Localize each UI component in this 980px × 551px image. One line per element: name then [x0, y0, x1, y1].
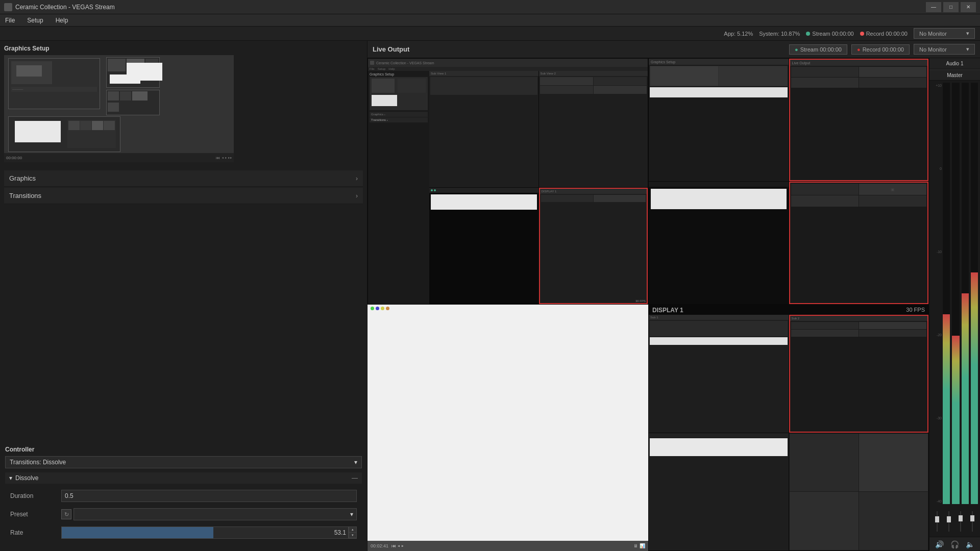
preview-inner-mid-right: [106, 90, 160, 115]
audio-panel: Audio 1 Master +10 0 -10 -20 -30 -40: [929, 58, 980, 551]
fader-track-3: [960, 511, 961, 532]
graphics-menu: Graphics › Transitions ›: [0, 166, 367, 442]
live-monitor-select[interactable]: No Monitor ▾: [914, 44, 975, 55]
monitor-select[interactable]: No Monitor ▾: [914, 28, 975, 39]
speaker-button[interactable]: 🔈: [965, 539, 975, 549]
record-status[interactable]: Record 00:00:00: [860, 31, 908, 37]
controller-dropdown-chevron: ▾: [354, 459, 357, 466]
meter-1-bar: [943, 314, 950, 504]
fader-track-4: [972, 511, 973, 532]
controller-dropdown[interactable]: Transitions: Dissolve ▾: [5, 456, 362, 468]
display-info: 🖥 📊: [633, 543, 645, 548]
graphics-chevron: ›: [356, 175, 358, 182]
live-output-controls: ● Stream 00:00:00 ● Record 00:00:00 No M…: [789, 44, 975, 55]
meter-scale: +10 0 -10 -20 -30 -40: [930, 83, 942, 504]
stream-status[interactable]: Stream 00:00:00: [806, 31, 853, 37]
mini-section-title: Graphics Setup: [370, 72, 428, 76]
preview-inner-bottom: [8, 116, 120, 152]
bright-display-controls: 00:02:41 ⏮ ◀ ▶ 🖥 📊: [368, 541, 648, 551]
graphics-menu-item[interactable]: Graphics ›: [4, 170, 363, 187]
live-quadrant-bottom-right: DISPLAY 1 30 FPS Sub 1: [648, 305, 929, 551]
fader-track-2: [948, 511, 949, 532]
stream-button[interactable]: ● Stream 00:00:00: [789, 44, 847, 55]
bottom-left-dots: [371, 307, 389, 310]
meter-4-bar: [971, 272, 978, 504]
meter-3: [962, 83, 969, 504]
preset-row: Preset ↻ ▾: [5, 506, 362, 522]
preview-inner-left: ─────: [8, 58, 100, 109]
meter-1: [943, 83, 950, 504]
controller-title: Controller: [5, 446, 362, 453]
menu-help[interactable]: Help: [54, 16, 70, 25]
dissolve-content: Duration Preset ↻ ▾: [5, 484, 362, 547]
minimize-button[interactable]: —: [926, 2, 941, 12]
menu-setup[interactable]: Setup: [25, 16, 45, 25]
close-button[interactable]: ✕: [961, 2, 976, 12]
display-sub-4-d: [859, 492, 928, 550]
fader-area: [929, 506, 980, 537]
record-button[interactable]: ● Record 00:00:00: [851, 44, 910, 55]
transitions-label: Transitions: [9, 192, 41, 199]
dissolve-title-container: ▾ Dissolve: [9, 474, 38, 482]
preset-chevron: ▾: [350, 511, 353, 518]
controller-section: Controller Transitions: Dissolve ▾ ▾ Dis…: [0, 442, 367, 551]
app-icon: [4, 3, 12, 11]
duration-row: Duration: [5, 488, 362, 504]
record-dot-icon: ●: [857, 46, 861, 53]
stream-indicator: [806, 32, 810, 36]
rate-slider[interactable]: 53.1: [61, 527, 349, 539]
fader-knob-1[interactable]: [935, 516, 939, 522]
preset-input-group: ↻ ▾: [61, 508, 357, 520]
mini-vegas-layout: Ceramic Collection - VEGAS Stream FileSe…: [368, 59, 648, 304]
status-bar: App: 5.12% System: 10.87% Stream 00:00:0…: [0, 27, 980, 41]
mini-sub-2: Sub View 2: [539, 71, 648, 187]
dot-blue: [376, 307, 379, 310]
graphics-label: Graphics: [9, 174, 36, 182]
rate-spinners: ▴ ▾: [349, 527, 357, 539]
rate-up-button[interactable]: ▴: [349, 527, 356, 533]
volume-button[interactable]: 🔊: [935, 539, 945, 549]
mini-sub-4: DISPLAY 1 30 FPS: [539, 188, 648, 304]
meter-3-bar: [962, 293, 969, 504]
live-quadrant-bottom-left: 00:02:41 ⏮ ◀ ▶ 🖥 📊: [368, 305, 648, 551]
meter-2: [952, 83, 959, 504]
title-bar: Ceramic Collection - VEGAS Stream — □ ✕: [0, 0, 980, 14]
thumb-1: Graphics Setup: [649, 59, 789, 181]
duration-input[interactable]: [61, 490, 357, 502]
preset-select[interactable]: ▾: [74, 508, 357, 520]
dot-green: [371, 307, 374, 310]
fader-knob-2[interactable]: [947, 516, 951, 522]
preset-refresh-button[interactable]: ↻: [61, 509, 71, 519]
thumb-3: [649, 182, 789, 304]
mini-menubar: FileSetupHelp: [368, 67, 648, 71]
mini-sub-3: [429, 188, 538, 304]
duration-label: Duration: [10, 492, 61, 499]
preview-area: ─────: [4, 55, 234, 162]
display-sub-4-c: [790, 492, 859, 550]
display-sub-4: [789, 433, 929, 551]
preview-controls-bar: 00:00:00 ⏮ ◀ ▶ ▶▶: [4, 153, 234, 162]
timecode: 00:02:41: [371, 543, 388, 548]
maximize-button[interactable]: □: [943, 2, 959, 12]
rate-label: Rate: [10, 529, 61, 536]
fader-knob-3[interactable]: [959, 515, 963, 521]
meters-area: +10 0 -10 -20 -30 -40: [929, 81, 980, 506]
graphics-setup-title: Graphics Setup: [4, 45, 363, 52]
fader-knob-4[interactable]: [970, 515, 974, 521]
preview-white-elem1: [127, 63, 162, 81]
rate-down-button[interactable]: ▾: [349, 533, 356, 538]
transitions-menu-item[interactable]: Transitions ›: [4, 188, 363, 204]
headphone-button[interactable]: 🎧: [950, 539, 960, 549]
rate-row: Rate 53.1 ▴ ▾: [5, 524, 362, 541]
menu-file[interactable]: File: [3, 16, 17, 25]
display-sub-4-b: [859, 434, 928, 492]
main-layout: Graphics Setup ─────: [0, 41, 980, 551]
dissolve-header[interactable]: ▾ Dissolve —: [5, 472, 362, 484]
preview-mock: ─────: [4, 55, 234, 162]
thumb-3-bar: [649, 182, 789, 187]
dissolve-arrow: ▾: [9, 474, 12, 482]
meter-4: [971, 83, 978, 504]
mini-body: Graphics Setup Graphics › Transitions: [368, 71, 648, 304]
fader-track-1: [937, 511, 938, 532]
title-bar-left: Ceramic Collection - VEGAS Stream: [4, 3, 115, 11]
